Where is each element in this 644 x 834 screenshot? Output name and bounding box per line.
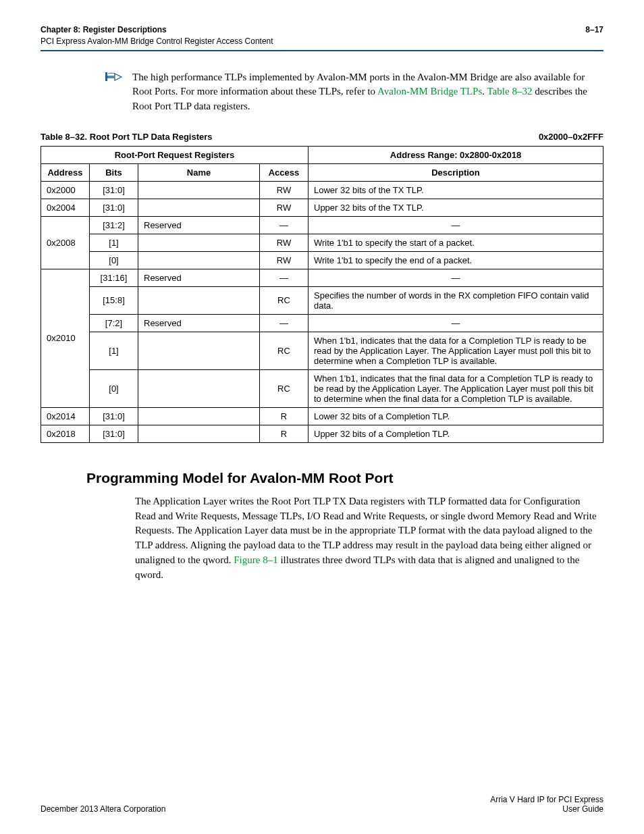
cell-address: 0x2000 bbox=[41, 181, 90, 199]
body-paragraph: The Application Layer writes the Root Po… bbox=[135, 494, 603, 583]
page-footer: December 2013 Altera Corporation Arria V… bbox=[41, 795, 603, 814]
link-avalon-mm-bridge-tlps[interactable]: Avalon-MM Bridge TLPs bbox=[377, 86, 482, 97]
cell-name: Reserved bbox=[138, 269, 260, 286]
table-row: 0x2014 [31:0] R Lower 32 bits of a Compl… bbox=[41, 407, 603, 425]
cell-access: — bbox=[260, 269, 308, 286]
link-figure-8-1[interactable]: Figure 8–1 bbox=[234, 554, 277, 565]
cell-name: Reserved bbox=[138, 216, 260, 234]
cell-name bbox=[138, 199, 260, 216]
col-header-bits: Bits bbox=[90, 163, 138, 181]
cell-bits: [31:0] bbox=[90, 425, 138, 442]
page-header: Chapter 8: Register Descriptions PCI Exp… bbox=[41, 24, 603, 47]
cell-address: 0x2018 bbox=[41, 425, 90, 442]
chapter-subtitle: PCI Express Avalon-MM Bridge Control Reg… bbox=[41, 36, 273, 47]
col-header-address: Address bbox=[41, 163, 90, 181]
col-header-access: Access bbox=[260, 163, 308, 181]
cell-access: RW bbox=[260, 199, 308, 216]
table-row: 0x2008 [31:2] Reserved — — bbox=[41, 216, 603, 234]
footer-left: December 2013 Altera Corporation bbox=[41, 804, 165, 814]
cell-name bbox=[138, 425, 260, 442]
cell-access: RW bbox=[260, 181, 308, 199]
table-row: 0x2000 [31:0] RW Lower 32 bits of the TX… bbox=[41, 181, 603, 199]
cell-bits: [7:2] bbox=[90, 314, 138, 332]
cell-address: 0x2004 bbox=[41, 199, 90, 216]
cell-bits: [31:0] bbox=[90, 199, 138, 216]
link-table-8-32[interactable]: Table 8–32 bbox=[487, 86, 533, 97]
cell-address: 0x2010 bbox=[41, 269, 90, 407]
note-text-mid: . bbox=[482, 86, 487, 97]
footer-doc-title: Arria V Hard IP for PCI Express bbox=[490, 795, 603, 804]
cell-bits: [1] bbox=[90, 332, 138, 369]
cell-bits: [31:2] bbox=[90, 216, 138, 234]
table-row: [15:8] RC Specifies the number of words … bbox=[41, 286, 603, 314]
cell-access: — bbox=[260, 216, 308, 234]
col-header-description: Description bbox=[308, 163, 603, 181]
cell-bits: [15:8] bbox=[90, 286, 138, 314]
cell-address: 0x2008 bbox=[41, 216, 90, 269]
cell-name bbox=[138, 234, 260, 251]
cell-description: Specifies the number of words in the RX … bbox=[308, 286, 603, 314]
note-text: The high performance TLPs implemented by… bbox=[132, 70, 603, 114]
cell-description: Write 1'b1 to specify the start of a pac… bbox=[308, 234, 603, 251]
cell-name bbox=[138, 251, 260, 269]
cell-description: — bbox=[308, 216, 603, 234]
table-row: [1] RC When 1'b1, indicates that the dat… bbox=[41, 332, 603, 369]
cell-name bbox=[138, 332, 260, 369]
cell-bits: [1] bbox=[90, 234, 138, 251]
register-table: Root-Port Request Registers Address Rang… bbox=[41, 146, 603, 443]
cell-name bbox=[138, 369, 260, 407]
table-caption-row: Table 8–32. Root Port TLP Data Registers… bbox=[41, 132, 603, 142]
cell-access: — bbox=[260, 314, 308, 332]
col-header-name: Name bbox=[138, 163, 260, 181]
cell-access: RC bbox=[260, 286, 308, 314]
table-row: [1] RW Write 1'b1 to specify the start o… bbox=[41, 234, 603, 251]
table-header-group-right: Address Range: 0x2800-0x2018 bbox=[308, 146, 603, 163]
cell-address: 0x2014 bbox=[41, 407, 90, 425]
footer-right: Arria V Hard IP for PCI Express User Gui… bbox=[490, 795, 603, 814]
cell-access: RW bbox=[260, 234, 308, 251]
cell-name bbox=[138, 407, 260, 425]
cell-bits: [0] bbox=[90, 251, 138, 269]
cell-name bbox=[138, 181, 260, 199]
table-row: Root-Port Request Registers Address Rang… bbox=[41, 146, 603, 163]
table-row: 0x2018 [31:0] R Upper 32 bits of a Compl… bbox=[41, 425, 603, 442]
table-header-group-left: Root-Port Request Registers bbox=[41, 146, 308, 163]
hand-pointer-icon bbox=[105, 70, 132, 114]
cell-description: — bbox=[308, 314, 603, 332]
page-number: 8–17 bbox=[585, 24, 603, 47]
cell-bits: [31:0] bbox=[90, 407, 138, 425]
note-block: The high performance TLPs implemented by… bbox=[105, 70, 603, 114]
cell-description: Write 1'b1 to specify the end of a packe… bbox=[308, 251, 603, 269]
cell-description: — bbox=[308, 269, 603, 286]
cell-bits: [31:16] bbox=[90, 269, 138, 286]
cell-description: When 1'b1, indicates that the data for a… bbox=[308, 332, 603, 369]
table-row: 0x2004 [31:0] RW Upper 32 bits of the TX… bbox=[41, 199, 603, 216]
cell-bits: [31:0] bbox=[90, 181, 138, 199]
header-rule bbox=[41, 50, 603, 51]
header-left: Chapter 8: Register Descriptions PCI Exp… bbox=[41, 24, 273, 47]
chapter-title: Chapter 8: Register Descriptions bbox=[41, 24, 273, 36]
table-row: [7:2] Reserved — — bbox=[41, 314, 603, 332]
table-caption-right: 0x2000–0x2FFF bbox=[539, 132, 603, 142]
cell-access: R bbox=[260, 425, 308, 442]
table-caption: Table 8–32. Root Port TLP Data Registers bbox=[41, 132, 213, 142]
cell-description: Upper 32 bits of the TX TLP. bbox=[308, 199, 603, 216]
cell-name: Reserved bbox=[138, 314, 260, 332]
table-row: [0] RW Write 1'b1 to specify the end of … bbox=[41, 251, 603, 269]
footer-doc-subtitle: User Guide bbox=[490, 804, 603, 814]
cell-description: Lower 32 bits of the TX TLP. bbox=[308, 181, 603, 199]
cell-name bbox=[138, 286, 260, 314]
cell-description: Lower 32 bits of a Completion TLP. bbox=[308, 407, 603, 425]
cell-access: R bbox=[260, 407, 308, 425]
table-row: [0] RC When 1'b1, indicates that the fin… bbox=[41, 369, 603, 407]
cell-access: RC bbox=[260, 332, 308, 369]
cell-access: RC bbox=[260, 369, 308, 407]
cell-bits: [0] bbox=[90, 369, 138, 407]
cell-description: When 1'b1, indicates that the final data… bbox=[308, 369, 603, 407]
cell-access: RW bbox=[260, 251, 308, 269]
table-row: Address Bits Name Access Description bbox=[41, 163, 603, 181]
table-row: 0x2010 [31:16] Reserved — — bbox=[41, 269, 603, 286]
section-heading: Programming Model for Avalon-MM Root Por… bbox=[86, 470, 603, 486]
cell-description: Upper 32 bits of a Completion TLP. bbox=[308, 425, 603, 442]
